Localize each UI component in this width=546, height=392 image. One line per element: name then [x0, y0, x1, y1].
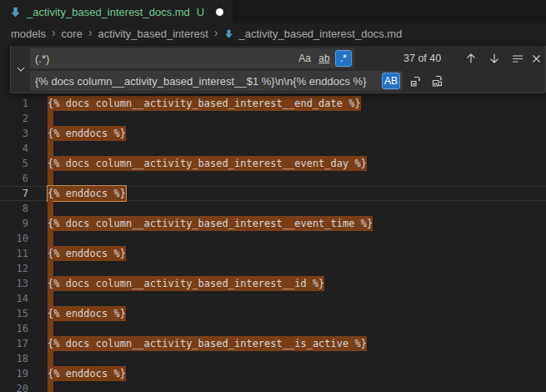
line-number[interactable]: 17	[0, 336, 28, 351]
replace-all-button[interactable]	[428, 72, 447, 90]
code-text: {% enddocs %}	[48, 306, 126, 321]
chevron-right-icon: ›	[88, 27, 93, 38]
code-line[interactable]: 6	[0, 171, 546, 186]
code-line[interactable]: 10	[0, 231, 546, 246]
replace-all-icon	[431, 74, 444, 88]
code-line[interactable]: 12	[0, 261, 546, 276]
code-line[interactable]: 4	[0, 141, 546, 156]
matches-count: 37 of 40	[403, 46, 441, 71]
line-number[interactable]: 15	[0, 306, 28, 321]
empty-line-match-highlight	[48, 171, 53, 186]
code-text: {% docs column__activity_based_interest_…	[48, 276, 324, 291]
previous-match-button[interactable]	[462, 49, 480, 68]
selection-lines-icon	[511, 52, 524, 65]
replace-button[interactable]	[407, 72, 425, 90]
code-line[interactable]: 20	[0, 381, 546, 392]
regex-toggle[interactable]: .*	[335, 50, 352, 67]
find-toggles: Aa ab .*	[296, 50, 352, 67]
unsaved-dot-icon[interactable]	[216, 8, 223, 16]
empty-line-match-highlight	[48, 141, 53, 156]
code-line[interactable]: 11{% enddocs %}	[0, 246, 546, 261]
tab-filename: _activity_based_interest_docs.md	[27, 6, 190, 18]
line-number[interactable]: 2	[0, 111, 28, 126]
empty-line-match-highlight	[48, 381, 53, 392]
markdown-file-icon	[223, 28, 234, 39]
line-number[interactable]: 16	[0, 321, 28, 336]
code-line[interactable]: 16	[0, 321, 546, 336]
match-case-toggle[interactable]: Aa	[296, 50, 313, 67]
code-line[interactable]: 15{% enddocs %}	[0, 306, 546, 321]
replace-toggles: AB	[382, 73, 400, 89]
line-number[interactable]: 10	[0, 231, 28, 246]
find-replace-widget: Aa ab .* 37 of 40	[10, 46, 546, 93]
find-input-box: Aa ab .*	[30, 48, 354, 68]
line-number[interactable]: 5	[0, 156, 28, 171]
line-number[interactable]: 6	[0, 171, 28, 186]
empty-line-match-highlight	[48, 321, 53, 336]
line-number[interactable]: 13	[0, 276, 28, 291]
arrow-down-icon	[488, 52, 501, 65]
line-number[interactable]: 14	[0, 291, 28, 306]
code-text: {% docs column__activity_based_interest_…	[48, 96, 361, 111]
code-line[interactable]: 2	[0, 111, 546, 126]
line-number[interactable]: 8	[0, 201, 28, 216]
empty-line-match-highlight	[48, 111, 53, 126]
code-text: {% docs column__activity_based_interest_…	[48, 336, 367, 351]
code-lines: 1{% docs column__activity_based_interest…	[0, 96, 546, 392]
chevron-right-icon: ›	[214, 27, 218, 38]
git-status-badge: U	[197, 6, 204, 18]
current-find-match: {% enddocs %}	[48, 186, 126, 201]
code-text: {% enddocs %}	[48, 126, 126, 141]
breadcrumb-item-models[interactable]: models	[11, 28, 46, 40]
code-line[interactable]: 7{% enddocs %}	[0, 186, 546, 201]
code-line[interactable]: 14	[0, 291, 546, 306]
code-line[interactable]: 13{% docs column__activity_based_interes…	[0, 276, 546, 291]
whole-word-toggle[interactable]: ab	[316, 50, 333, 67]
code-text: {% enddocs %}	[48, 366, 126, 381]
code-text: {% docs column__activity_based_interest_…	[48, 216, 373, 231]
breadcrumb-item-core[interactable]: core	[62, 28, 83, 40]
replace-input[interactable]	[30, 71, 403, 91]
empty-line-match-highlight	[48, 291, 53, 306]
empty-line-match-highlight	[48, 351, 53, 366]
chevron-right-icon: ›	[52, 27, 56, 38]
line-number[interactable]: 9	[0, 216, 28, 231]
find-in-selection-button[interactable]	[508, 49, 527, 68]
line-number[interactable]: 4	[0, 141, 28, 156]
breadcrumb-item-file[interactable]: _activity_based_interest_docs.md	[223, 28, 402, 40]
chevron-down-icon	[15, 63, 27, 75]
breadcrumb-filename: _activity_based_interest_docs.md	[238, 28, 402, 40]
code-line[interactable]: 1{% docs column__activity_based_interest…	[0, 96, 546, 111]
code-line[interactable]: 3{% enddocs %}	[0, 126, 546, 141]
code-line[interactable]: 5{% docs column__activity_based_interest…	[0, 156, 546, 171]
close-icon	[530, 53, 543, 65]
line-number[interactable]: 19	[0, 366, 28, 381]
line-number[interactable]: 1	[0, 96, 28, 111]
code-text: {% enddocs %}	[48, 246, 126, 261]
breadcrumb-item-folder[interactable]: activity_based_interest	[98, 28, 208, 40]
editor-tab[interactable]: _activity_based_interest_docs.md U	[0, 0, 233, 23]
code-line[interactable]: 18	[0, 351, 546, 366]
line-number[interactable]: 18	[0, 351, 28, 366]
replace-input-box: AB	[30, 71, 403, 91]
code-line[interactable]: 9{% docs column__activity_based_interest…	[0, 216, 546, 231]
code-editor[interactable]: 1{% docs column__activity_based_interest…	[0, 43, 546, 392]
preserve-case-toggle[interactable]: AB	[382, 73, 400, 89]
toggle-replace-button[interactable]	[11, 46, 30, 92]
close-find-widget-button[interactable]	[527, 49, 545, 68]
arrow-up-icon	[464, 52, 478, 65]
markdown-file-icon	[9, 6, 22, 18]
line-number[interactable]: 20	[0, 381, 28, 392]
empty-line-match-highlight	[48, 261, 53, 276]
code-line[interactable]: 17{% docs column__activity_based_interes…	[0, 336, 546, 351]
code-line[interactable]: 19{% enddocs %}	[0, 366, 546, 381]
line-number[interactable]: 3	[0, 126, 28, 141]
line-number[interactable]: 7	[0, 186, 28, 201]
line-number[interactable]: 11	[0, 246, 28, 261]
line-number[interactable]: 12	[0, 261, 28, 276]
code-text: {% docs column__activity_based_interest_…	[48, 156, 367, 171]
empty-line-match-highlight	[48, 231, 53, 246]
next-match-button[interactable]	[485, 49, 503, 68]
code-line[interactable]: 8	[0, 201, 546, 216]
empty-line-match-highlight	[48, 201, 53, 216]
